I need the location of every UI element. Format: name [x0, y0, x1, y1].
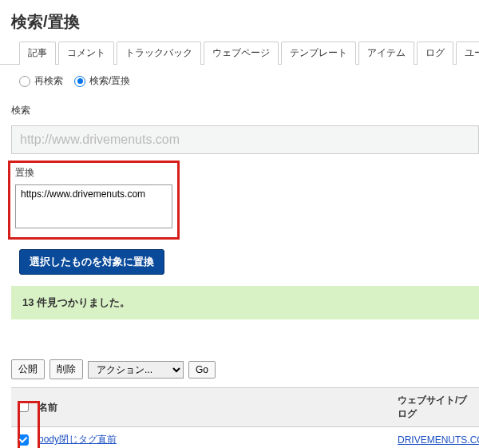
- tabs: 記事コメントトラックバックウェブページテンプレートアイテムログユーザーブログ: [0, 41, 479, 65]
- tab-7[interactable]: ユーザー: [456, 42, 479, 65]
- results-table: 名前 ウェブサイト/ブログ body閉じタグ直前DRIVEMENUTS.COMカ…: [11, 387, 479, 448]
- replace-section: 置換: [8, 161, 180, 240]
- search-section: 検索: [0, 97, 479, 125]
- radio-replace[interactable]: 検索/置換: [74, 74, 130, 88]
- col-site-header[interactable]: ウェブサイト/ブログ: [391, 388, 479, 427]
- delete-button[interactable]: 削除: [49, 359, 83, 379]
- radio-circle-icon: [74, 76, 85, 87]
- search-label: 検索: [11, 104, 468, 117]
- tab-6[interactable]: ログ: [417, 42, 453, 65]
- tab-3[interactable]: ウェブページ: [204, 42, 279, 65]
- table-row: body閉じタグ直前DRIVEMENUTS.COM: [11, 427, 479, 449]
- col-name-header[interactable]: 名前: [32, 388, 391, 427]
- replace-label: 置換: [15, 166, 172, 180]
- search-input[interactable]: [11, 125, 479, 154]
- tab-1[interactable]: コメント: [58, 42, 114, 65]
- col-checkbox: [11, 388, 32, 427]
- select-all-checkbox[interactable]: [18, 401, 29, 412]
- row-checkbox[interactable]: [18, 434, 29, 446]
- radio-group: 再検索 検索/置換: [0, 65, 479, 97]
- radio-research[interactable]: 再検索: [19, 74, 63, 88]
- go-button[interactable]: Go: [188, 361, 216, 379]
- publish-button[interactable]: 公開: [11, 359, 45, 379]
- tab-4[interactable]: テンプレート: [281, 42, 356, 65]
- action-toolbar: 公開 削除 アクション... Go: [0, 319, 479, 387]
- replace-textarea[interactable]: [15, 184, 172, 228]
- tab-0[interactable]: 記事: [19, 42, 56, 65]
- row-site-link[interactable]: DRIVEMENUTS.COM: [398, 434, 479, 446]
- action-select[interactable]: アクション...: [88, 361, 184, 379]
- radio-circle-icon: [19, 76, 30, 87]
- radio-label: 検索/置換: [89, 74, 130, 88]
- submit-button[interactable]: 選択したものを対象に置換: [19, 249, 164, 275]
- result-banner: 13 件見つかりました。: [11, 286, 479, 319]
- page-title: 検索/置換: [0, 0, 479, 41]
- tab-5[interactable]: アイテム: [358, 42, 414, 65]
- row-name-link[interactable]: body閉じタグ直前: [38, 434, 117, 445]
- tab-2[interactable]: トラックバック: [117, 42, 201, 65]
- radio-label: 再検索: [34, 74, 63, 88]
